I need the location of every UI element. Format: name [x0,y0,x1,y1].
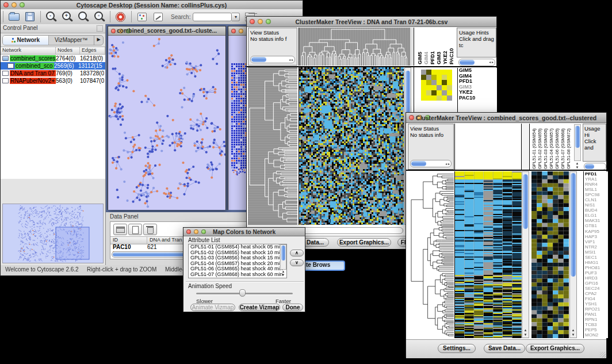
toolbar-separator [110,11,110,22]
scrollbar-thumb[interactable] [523,174,528,229]
slider-thumb[interactable] [239,289,246,297]
gene-label: ELG1 [585,213,608,218]
annotation-button[interactable] [152,11,165,22]
tv2-column-label: GPL51-04 (GSM857) [549,125,554,169]
treeview-window-combined: ClusterMaker TreeView : combined_scores_… [406,112,607,358]
tab-vizmapper[interactable]: VizMapper™ [49,36,94,45]
network-row[interactable]: combined_sco2569(6)13112(15) [1,62,105,70]
create-vizmap-button[interactable]: Create Vizmap [239,304,280,311]
move-up-button[interactable]: ∧ [290,250,304,256]
dialog-titlebar[interactable]: Map Colors to Network [183,228,305,236]
select-attributes-icon[interactable] [113,224,127,235]
zoom-out-button[interactable]: - [45,11,58,22]
zoom-selected-icon: ▫ [94,12,103,20]
network-row[interactable]: combined_scores_2764(0)16218(0) [1,55,105,62]
gene-label: RNR4 [585,182,608,187]
done-button[interactable]: Done [282,304,303,311]
save-data-button[interactable]: Save Data... [484,344,525,353]
birdseye-view[interactable] [2,204,104,263]
tv1-heatmap[interactable] [299,67,404,225]
export-graphics-button[interactable]: Export Graphics... [337,238,391,247]
gene-label: MSL1 [585,187,608,192]
tv2-collabel-vscrollbar[interactable] [574,124,581,161]
scroll-arrows-icon[interactable]: ◂ ▸ [289,57,293,63]
attribute-list-item[interactable]: GPL51-07 (GSM868) heat shock 60 min [189,272,286,278]
view-status-line2: No status info f [250,36,295,42]
network1-titlebar[interactable]: combined_scores_good.txt--cluste... [108,26,225,36]
gene-label: RPN1 [585,317,608,322]
minimize-icon[interactable] [239,29,243,33]
zoom-in-button[interactable]: + [61,11,74,22]
scroll-down-icon[interactable]: ▼ [522,333,529,336]
float-panel-icon[interactable] [97,25,103,32]
tv1-subcluster-heatmap[interactable] [421,70,452,101]
tv1-row-dendrogram[interactable] [248,67,297,225]
gene-label: RPO21 [585,306,608,312]
resize-grip[interactable] [600,352,606,358]
tv1-dendro-scroll-strip[interactable] [410,28,413,66]
tv2-row-dendrogram[interactable] [408,171,454,338]
scrollbar-thumb[interactable] [411,161,426,166]
help-button[interactable] [114,11,127,22]
tv1-column-label: GIM4 [423,30,429,64]
search-label: Search: [171,14,190,20]
tv1-column-dendrogram[interactable] [299,28,410,66]
map-colors-dialog: Map Colors to Network Attribute List ▲ ▼… [183,227,305,312]
animation-speed-label: Animation Speed [188,283,232,289]
scrollbar-thumb[interactable] [585,164,594,169]
network-nodes-count: 2764(0) [56,55,80,62]
tv1-titlebar[interactable]: ClusterMaker TreeView : DNA and Tran 07-… [247,17,496,27]
close-icon[interactable] [231,29,236,33]
scrollbar-thumb[interactable] [575,126,580,148]
control-panel-header: Control Panel [1,24,105,33]
tv2-heatmap[interactable] [454,171,522,338]
attribute-list[interactable]: ▲ ▼ GPL51-01 (GSM854) heat shock 05 minG… [188,244,287,278]
scroll-arrows-icon[interactable]: ◂ ▸ [489,60,494,64]
status-hint-middle: Middle- [165,266,184,273]
tab-network[interactable]: Network [3,36,49,45]
view-status-scrollbar[interactable]: ◂ ▸ [250,56,295,63]
delete-attribute-icon[interactable] [143,224,157,235]
settings-button[interactable]: Settings... [438,344,476,353]
col-nodes: Nodes [56,47,80,54]
usage-hints-scrollbar[interactable]: ◂ ▸ [458,59,495,66]
tv2-column-dendrogram-area [454,124,521,170]
scroll-arrows-icon[interactable]: ◂ ▸ [445,161,450,167]
scroll-up-icon[interactable]: ▲ [575,162,580,165]
search-input[interactable] [193,13,232,21]
network-row[interactable]: RNAPuberNov2+563(0)107847(0) [1,77,105,85]
save-session-button[interactable] [24,11,36,22]
scrollbar-thumb[interactable] [571,173,576,277]
open-file-button[interactable] [7,11,20,22]
scrollbar-thumb[interactable] [281,246,285,260]
scroll-up-icon[interactable]: ▲ [570,328,576,332]
scrollbar-thumb[interactable] [460,60,475,65]
network-row[interactable]: DNA and Tran 07769(0)183728(0) [1,70,105,77]
scrollbar-thumb[interactable] [251,57,266,62]
move-down-button[interactable]: ∨ [290,259,304,266]
zoom-fit-button[interactable] [77,11,90,22]
view-status-line1: View Status [250,29,295,36]
scroll-up-icon[interactable]: ▲ [522,328,529,332]
main-titlebar[interactable]: Cytoscape Desktop (Session Name: collins… [1,1,303,10]
tv2-heatmap-vscrollbar[interactable]: ▲▼ [522,171,529,338]
animate-vizmap-button[interactable]: Animate Vizmap [190,304,235,311]
tab-overflow-button[interactable]: ▶ [94,36,103,45]
layout-button[interactable] [136,11,148,22]
network-view-1[interactable] [108,36,225,210]
zoom-selected-button[interactable]: ▫ [93,11,106,22]
gene-label: GTB1 [585,223,608,228]
scroll-down-icon[interactable]: ▼ [570,333,576,336]
attribute-list-vscrollbar[interactable] [280,244,286,270]
scroll-down-icon[interactable]: ▼ [281,273,286,277]
tv2-titlebar[interactable]: ClusterMaker TreeView : combined_scores_… [406,113,606,123]
scroll-down-icon[interactable]: ▼ [575,166,580,169]
view-status-scrollbar[interactable]: ◂ ▸ [410,160,452,167]
tv2-top-scroll-strip[interactable] [521,124,529,170]
gene-label: PAN1 [585,312,608,317]
export-graphics-button[interactable]: Export Graphics... [526,344,584,353]
search-dropdown-icon[interactable]: ▾ [232,13,240,21]
tv2-zoom-vscrollbar[interactable]: ▲▼ [569,171,577,338]
new-attribute-icon[interactable] [128,224,142,235]
tv2-zoom-heatmap[interactable] [531,171,569,338]
